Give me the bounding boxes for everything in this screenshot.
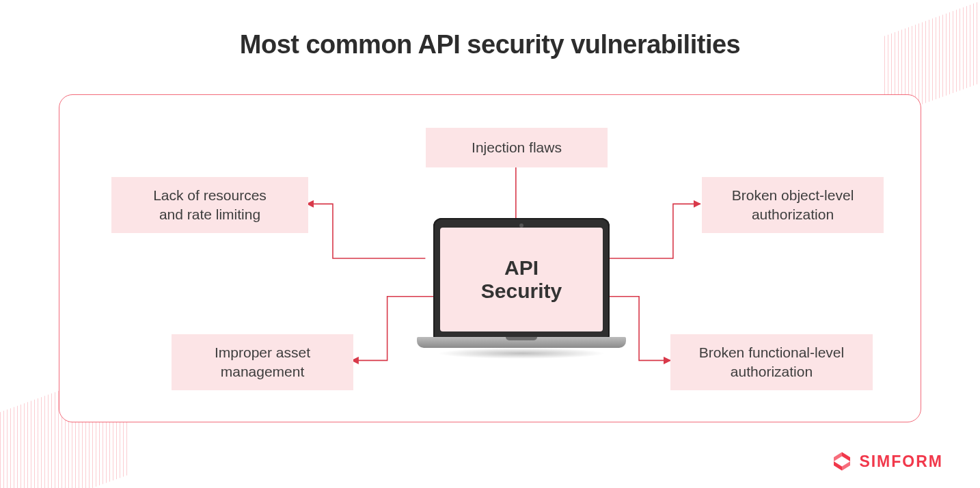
center-label: API Security [481, 256, 562, 303]
laptop-base [417, 337, 626, 348]
node-label: Injection flaws [472, 138, 562, 157]
center-label-line1: API [504, 256, 539, 279]
node-label-line1: Broken functional-level [699, 343, 844, 362]
laptop-lid: API Security [433, 218, 610, 338]
laptop-graphic: API Security [417, 218, 626, 362]
center-label-line2: Security [481, 280, 562, 302]
laptop-screen: API Security [440, 228, 603, 331]
node-object-level-auth: Broken object-level authorization [702, 177, 884, 233]
laptop-notch [506, 337, 537, 340]
node-asset-management: Improper asset management [172, 334, 353, 390]
laptop-shadow [437, 348, 605, 359]
node-label-line2: authorization [699, 362, 844, 381]
node-label-line2: authorization [732, 205, 854, 224]
brand-logo: SIMFORM [832, 451, 943, 472]
node-label-line1: Lack of resources [153, 186, 267, 205]
node-label-line2: management [215, 362, 310, 381]
node-rate-limiting: Lack of resources and rate limiting [111, 177, 308, 233]
simform-logo-icon [832, 451, 852, 472]
diagram-title: Most common API security vulnerabilities [0, 30, 980, 59]
node-label-line1: Broken object-level [732, 186, 854, 205]
node-injection-flaws: Injection flaws [426, 128, 608, 167]
diagram-panel: Injection flaws Lack of resources and ra… [59, 94, 921, 422]
brand-name: SIMFORM [859, 452, 943, 471]
diagram-canvas: { "title": "Most common API security vul… [0, 0, 980, 488]
node-label-line2: and rate limiting [153, 205, 267, 224]
node-functional-level-auth: Broken functional-level authorization [670, 334, 873, 390]
node-label-line1: Improper asset [215, 343, 310, 362]
